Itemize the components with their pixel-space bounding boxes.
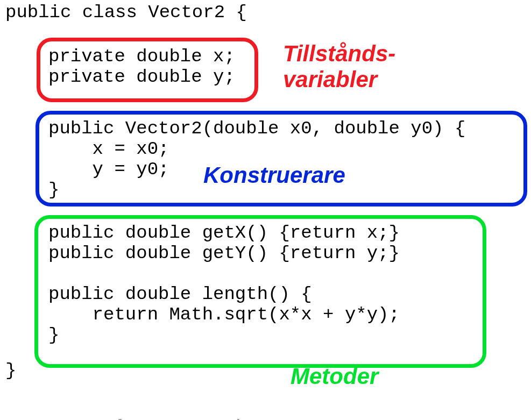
label-state-variables: Tillstånds- variabler — [283, 41, 395, 92]
constructor-close: } — [48, 180, 59, 200]
method-length-sig: public double length() { — [48, 284, 312, 304]
label-footer: Ingenting är static !! — [39, 391, 278, 420]
footer-static-keyword: static — [180, 417, 257, 420]
footer-text-post: !! — [257, 416, 278, 420]
constructor-signature: public Vector2(double x0, double y0) { — [48, 118, 465, 139]
label-methods: Metoder — [291, 364, 378, 389]
footer-text-pre: Ingenting är — [51, 416, 180, 420]
method-gety: public double getY() {return y;} — [48, 243, 400, 264]
method-getx: public double getX() {return x;} — [48, 223, 400, 243]
constructor-body-2: y = y0; — [48, 159, 169, 180]
class-close: } — [5, 360, 16, 381]
method-length-close: } — [48, 325, 59, 345]
method-length-body: return Math.sqrt(x*x + y*y); — [48, 304, 400, 325]
field-x: private double x; — [48, 46, 235, 67]
label-constructor: Konstruerare — [203, 162, 345, 188]
field-y: private double y; — [48, 67, 235, 87]
constructor-body-1: x = x0; — [48, 139, 169, 159]
class-declaration: public class Vector2 { — [5, 2, 247, 23]
